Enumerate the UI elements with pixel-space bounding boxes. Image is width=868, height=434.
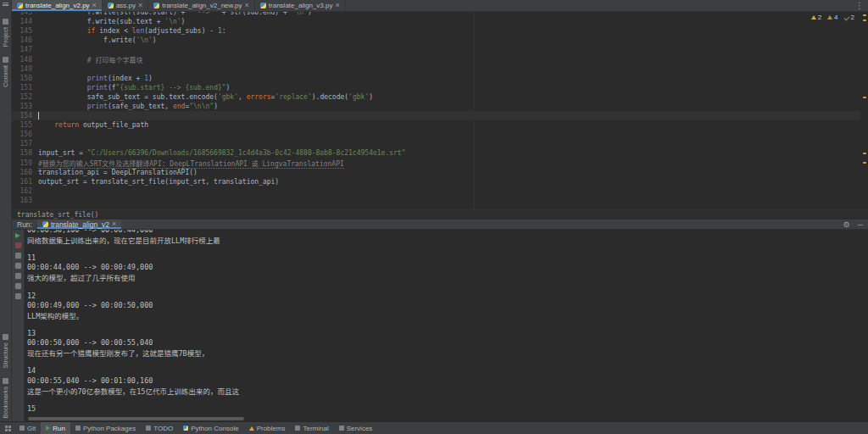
- console-line: 00:00:50,000 --> 00:00:55,040: [27, 338, 868, 348]
- statusbar-item-problems[interactable]: Problems: [244, 422, 291, 434]
- run-panel-title: Run:: [17, 220, 32, 229]
- close-tab-icon[interactable]: ×: [335, 2, 339, 9]
- statusbar-item-label: TODO: [153, 425, 173, 432]
- status-bar-items: GitRunPython PackagesTODOPython ConsoleP…: [14, 422, 377, 434]
- horizontal-scrollbar-thumb[interactable]: [28, 417, 244, 420]
- inspection-weak-warning[interactable]: 4: [827, 14, 837, 21]
- package-icon: [75, 426, 81, 431]
- clear-all-icon[interactable]: [15, 293, 21, 299]
- inspection-warning[interactable]: 2: [811, 14, 821, 21]
- statusbar-item-todo[interactable]: TODO: [141, 422, 178, 434]
- statusbar-item-label: Terminal: [303, 425, 328, 432]
- git-branch-icon: [19, 426, 25, 431]
- run-tab[interactable]: translate_align_v2 ×: [37, 220, 121, 229]
- code-line: 150 print(index + 1): [12, 74, 868, 83]
- line-number: 161: [12, 178, 38, 186]
- console-line: 11: [27, 253, 868, 263]
- code-text: # 打印每个字幕块: [38, 55, 142, 64]
- code-editor[interactable]: 143 f.write(str(sub.start) + ' --> ' + s…: [12, 12, 868, 209]
- console-line: [27, 244, 868, 253]
- stripe-mark[interactable]: [863, 19, 866, 21]
- statusbar-item-services[interactable]: Services: [334, 422, 378, 434]
- close-tab-icon[interactable]: ×: [92, 2, 97, 9]
- stripe-mark[interactable]: [863, 162, 866, 164]
- statusbar-item-terminal[interactable]: Terminal: [290, 422, 333, 434]
- statusbar-item-python-console[interactable]: Python Console: [178, 422, 243, 434]
- console-line: 这是一个更小的70亿参数模型，在15亿代币上训练出来的，而且这: [27, 386, 868, 395]
- services-icon: [339, 426, 344, 431]
- code-line: 156: [12, 130, 868, 139]
- code-line: 163: [12, 196, 868, 205]
- code-text: print(index + 1): [38, 75, 153, 82]
- breadcrumb-item[interactable]: translate_srt_file(): [17, 211, 98, 219]
- code-line: 155 return output_file_path: [12, 120, 868, 130]
- print-icon[interactable]: [15, 283, 21, 289]
- run-panel-actions: ⚙ ─: [843, 220, 868, 229]
- weak-warning-icon: [827, 15, 832, 19]
- line-number: 145: [12, 27, 38, 35]
- tool-window-button-bookmarks[interactable]: Bookmarks: [2, 378, 9, 419]
- scroll-to-end-icon[interactable]: [15, 273, 21, 279]
- todo-icon: [146, 426, 151, 431]
- console-line: 00:00:55,040 --> 00:01:00,160: [27, 376, 868, 386]
- console-line: [27, 282, 868, 292]
- run-panel-header: Run: translate_align_v2 × ⚙ ─: [12, 219, 868, 230]
- tool-window-button-structure[interactable]: Structure: [2, 334, 9, 368]
- tab-label: translate_align_v3.py: [269, 2, 333, 9]
- statusbar-item-label: Services: [347, 425, 373, 432]
- restore-layout-icon[interactable]: [15, 253, 21, 259]
- statusbar-item-git[interactable]: Git: [14, 422, 41, 434]
- console-line: LLM架构的模型。: [27, 310, 868, 320]
- main-menu-icon[interactable]: [3, 3, 8, 7]
- stop-icon[interactable]: [15, 242, 21, 248]
- line-number: 143: [12, 12, 38, 16]
- console-line: [27, 395, 868, 404]
- line-number: 152: [12, 93, 38, 101]
- error-stripe[interactable]: [860, 12, 868, 209]
- stripe-mark[interactable]: [863, 153, 866, 154]
- close-tab-icon[interactable]: ×: [245, 2, 249, 9]
- tool-window-label: Bookmarks: [2, 387, 9, 419]
- editor-tab[interactable]: ass.py×: [103, 0, 148, 11]
- code-lines: 143 f.write(str(sub.start) + ' --> ' + s…: [12, 12, 868, 205]
- rerun-icon[interactable]: [15, 233, 20, 238]
- python-icon: [42, 221, 48, 227]
- code-line: 158input_srt = "C:/Users/66396/Downloads…: [12, 148, 868, 158]
- run-tab-label: translate_align_v2: [51, 220, 109, 229]
- statusbar-item-python-packages[interactable]: Python Packages: [70, 422, 141, 434]
- code-text: #替换为您的输入SRT文件及选择翻译API: DeepLTranslationA…: [38, 159, 344, 168]
- editor-tab[interactable]: translate_align_v2.py×: [12, 0, 103, 11]
- settings-gear-icon[interactable]: ⚙: [843, 220, 850, 229]
- statusbar-item-run[interactable]: Run: [41, 422, 70, 434]
- editor-tab[interactable]: translate_align_v3.py×: [255, 0, 346, 11]
- minimize-icon[interactable]: ─: [858, 220, 863, 229]
- inspections-widget[interactable]: 242: [811, 14, 854, 21]
- line-number: 155: [12, 121, 38, 129]
- line-number: 150: [12, 75, 38, 82]
- code-line: 162: [12, 186, 868, 196]
- tool-window-button-project[interactable]: Project: [2, 19, 9, 47]
- stripe-mark[interactable]: [863, 14, 866, 16]
- inspection-typo[interactable]: 2: [844, 14, 854, 21]
- tool-window-label: Structure: [2, 342, 9, 368]
- tabbar-actions: ⋮: [855, 0, 868, 11]
- python-file-icon: [260, 3, 266, 8]
- more-options-icon[interactable]: ⋮: [855, 1, 864, 10]
- line-number: 162: [12, 187, 38, 195]
- code-text: if index < len(adjusted_subs) - 1:: [38, 27, 226, 35]
- tool-window-button-commit[interactable]: Commit: [2, 57, 9, 87]
- close-run-tab-icon[interactable]: ×: [112, 220, 116, 228]
- run-panel: 00:00:38,100 --> 00:00:44,000网络数据集上训练出来的…: [12, 230, 868, 421]
- console-line: [27, 357, 868, 366]
- left-strip-top: ProjectCommit: [2, 3, 9, 87]
- code-text: f.write(str(sub.start) + ' --> ' + str(s…: [38, 12, 312, 16]
- run-console[interactable]: 00:00:38,100 --> 00:00:44,000网络数据集上训练出来的…: [25, 230, 868, 421]
- close-tab-icon[interactable]: ×: [138, 2, 142, 9]
- code-text: translation_api = DeepLTranslationAPI(): [38, 169, 198, 176]
- stripe-mark[interactable]: [863, 97, 866, 98]
- editor-tab[interactable]: translate_align_v2_new.py×: [148, 0, 255, 11]
- code-line: 145 if index < len(adjusted_subs) - 1:: [12, 26, 868, 36]
- pin-tab-icon[interactable]: [15, 263, 21, 269]
- tool-windows-icon[interactable]: [5, 426, 8, 428]
- code-line: 153 print(safe_sub_text, end="\n\n"): [12, 102, 868, 111]
